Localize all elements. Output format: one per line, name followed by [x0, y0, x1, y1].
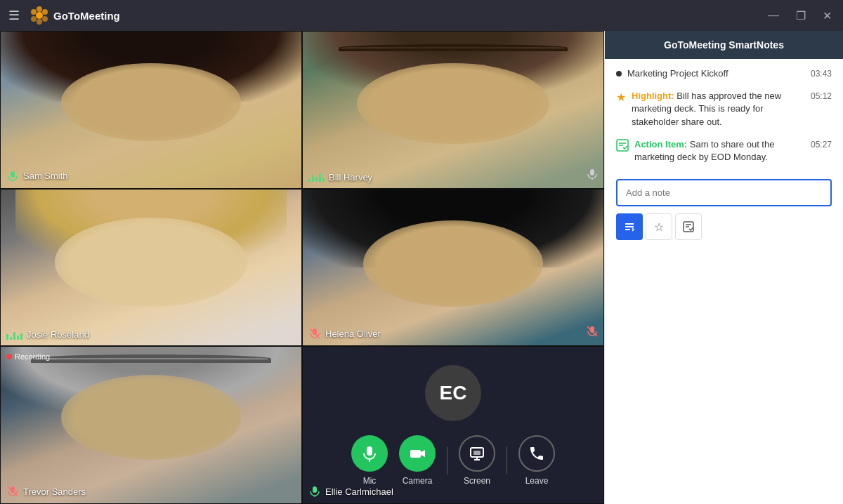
note-bullet-kickoff — [616, 71, 622, 77]
video-cell-bill: Bill Harvey — [302, 31, 604, 189]
svg-rect-24 — [473, 451, 481, 455]
star-icon: ★ — [616, 91, 626, 104]
note-time-kickoff: 03:43 — [811, 69, 832, 79]
titlebar-right: — ❐ ✕ — [765, 8, 835, 24]
mic-control[interactable]: Mic — [351, 435, 388, 486]
sound-bars-josie — [6, 330, 22, 340]
note-text-action: Action Item: Sam to share out the market… — [634, 138, 805, 164]
video-cell-trevor: Recording... Trevor Sanders — [0, 346, 302, 504]
control-divider — [447, 446, 447, 475]
svg-rect-25 — [313, 486, 317, 493]
svg-rect-9 — [590, 169, 594, 175]
svg-point-3 — [42, 16, 48, 22]
ec-initials: EC — [440, 382, 467, 404]
note-text-highlight: Highlight: Bill has approved the new mar… — [632, 90, 805, 128]
smartnotes-panel: GoToMeeting SmartNotes Marketing Project… — [604, 31, 843, 504]
logo: GoToMeeting — [30, 6, 120, 25]
note-item-highlight: ★ Highlight: Bill has approved the new m… — [616, 90, 832, 128]
smartnotes-header: GoToMeeting SmartNotes — [605, 31, 843, 59]
participant-name-josie: Josie Roseland — [27, 329, 89, 340]
leave-circle — [518, 435, 555, 472]
svg-point-6 — [31, 9, 37, 15]
svg-point-4 — [37, 19, 42, 25]
screen-circle — [459, 435, 495, 472]
camera-control[interactable]: Camera — [399, 435, 436, 486]
recording-dot — [6, 354, 12, 359]
sound-bars-bill — [308, 172, 325, 182]
camera-label: Camera — [403, 476, 433, 486]
video-grid: Sam Smith Bill Harvey — [0, 31, 604, 504]
note-tool-star[interactable]: ☆ — [646, 213, 672, 240]
participant-name-bill: Bill Harvey — [329, 172, 372, 183]
participant-label-ellie: Ellie Carlmichael — [308, 485, 393, 498]
svg-marker-20 — [421, 450, 425, 457]
control-divider-2 — [507, 446, 507, 475]
participant-label-helena: Helena Oliver — [308, 327, 381, 340]
titlebar-left: ☰ GoToMeeting — [8, 6, 120, 25]
video-cell-josie: Josie Roseland — [0, 189, 302, 347]
participant-label-sam: Sam Smith — [6, 170, 68, 183]
participant-label-bill: Bill Harvey — [308, 172, 372, 183]
note-time-action: 05:27 — [811, 140, 832, 150]
note-toolbar: ☆ — [616, 213, 832, 240]
note-item-action: Action Item: Sam to share out the market… — [616, 138, 832, 164]
svg-rect-19 — [410, 450, 421, 458]
mic-icon-top-right — [587, 168, 598, 183]
participant-name-trevor: Trevor Sanders — [23, 486, 86, 497]
mic-icon-ellie — [308, 485, 321, 498]
svg-point-0 — [36, 12, 43, 19]
note-item-kickoff: Marketing Project Kickoff 03:43 — [616, 67, 832, 80]
mic-icon-helena — [308, 327, 321, 340]
note-tool-note[interactable] — [616, 213, 643, 240]
minimize-button[interactable]: — — [765, 8, 782, 23]
leave-label: Leave — [525, 476, 549, 486]
main-content: Sam Smith Bill Harvey — [0, 31, 843, 504]
mic-icon-sam — [6, 170, 19, 183]
mic-icon-trevor — [6, 485, 19, 498]
leave-control[interactable]: Leave — [518, 435, 555, 486]
screen-label: Screen — [464, 476, 490, 486]
svg-point-5 — [31, 16, 37, 22]
note-time-highlight: 05:12 — [811, 91, 832, 101]
participant-label-trevor: Trevor Sanders — [6, 485, 86, 498]
recording-badge: Recording... — [6, 352, 56, 361]
participant-name-ellie: Ellie Carlmichael — [325, 486, 393, 497]
camera-circle — [399, 435, 436, 472]
video-cell-sam: Sam Smith — [0, 31, 302, 189]
video-cell-helena: Helena Oliver — [302, 189, 604, 347]
mic-icon-helena-right — [587, 326, 598, 340]
participant-name-helena: Helena Oliver — [325, 329, 381, 339]
note-text-kickoff: Marketing Project Kickoff — [627, 67, 805, 80]
video-cell-ellie: EC Mic — [302, 346, 604, 504]
note-tool-action[interactable] — [675, 213, 702, 240]
mic-label: Mic — [363, 476, 377, 486]
mic-circle — [351, 435, 388, 472]
titlebar: ☰ GoToMeeting — ❐ ✕ — [0, 0, 843, 31]
hamburger-icon[interactable]: ☰ — [8, 8, 20, 23]
recording-label: Recording... — [15, 352, 56, 361]
add-note-input[interactable] — [616, 179, 832, 206]
screen-control[interactable]: Screen — [459, 435, 495, 486]
svg-point-2 — [42, 9, 48, 15]
controls-bar: Mic Camera — [340, 435, 566, 486]
action-icon — [616, 139, 629, 154]
participant-label-josie: Josie Roseland — [6, 329, 89, 340]
participant-name-sam: Sam Smith — [23, 171, 68, 181]
svg-rect-17 — [367, 446, 372, 456]
svg-point-1 — [37, 6, 42, 12]
app-title: GoToMeeting — [53, 10, 120, 22]
close-button[interactable]: ✕ — [820, 8, 835, 24]
logo-svg — [30, 6, 49, 25]
smartnotes-body: Marketing Project Kickoff 03:43 ★ Highli… — [605, 59, 843, 504]
smartnotes-title: GoToMeeting SmartNotes — [664, 39, 784, 51]
maximize-button[interactable]: ❐ — [793, 8, 809, 24]
svg-rect-7 — [11, 171, 15, 178]
ec-avatar: EC — [425, 365, 481, 421]
